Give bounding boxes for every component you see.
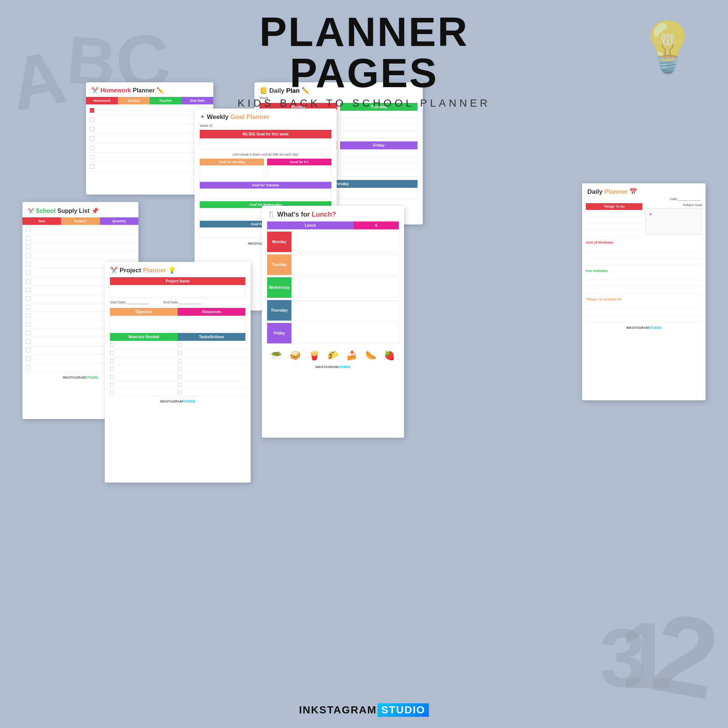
proj-mat-7 [110,389,178,396]
homework-rows: ✓ [86,104,213,173]
project-bulb-icon: 💡 [168,267,176,274]
supply-col-quantity: Quantity [100,217,138,225]
proj-task-1 [178,341,245,349]
food-icon-sandwich: 🥪 [289,350,301,361]
project-title-orange: Planner [143,267,166,274]
study-friday-body [340,149,418,177]
daily-goal-label: Today's Goal [645,203,702,208]
weekly-monday-header: Goal for Monday [200,159,264,165]
daily-fun-section: Fun Activities [582,267,705,295]
daily-acts-label: Acts of Kindness [586,240,702,245]
supply-row-4 [26,251,135,260]
proj-task-4 [178,365,245,373]
homework-title-red: Homework [100,87,131,93]
lunch-brand: INKSTAGRAMSTUDIO [262,364,404,370]
daily-top-section: Things To Do Today's Goal ✦ [582,203,705,238]
hw-col-subject: Subject [118,97,150,104]
weekly-big-goal-body [200,138,332,150]
daily-things-line-4 [586,230,642,237]
homework-title-black: Planner [133,87,155,93]
project-scissors-icon: ✂️ [110,267,118,274]
proj-task-5 [178,373,245,381]
food-icon-strawberry: 🍓 [384,350,395,361]
proj-mat-3 [110,357,178,365]
lunch-food-icons: 🥗 🥪 🍟 🌮 🍰 🌭 🍓 [262,347,404,364]
project-dates-row: Start Date:____________ End Date:_______… [105,300,251,308]
daily-planner-page: Daily Planner 📅 Date:____________ Things… [582,183,705,400]
weekly-title-rest: Goal Planner [231,113,270,121]
hw-row-2 [90,115,210,125]
bg-number-1: 1 [620,602,672,709]
project-name-bar: Project Name [110,277,245,285]
lunch-wednesday-row: Wednesday [267,277,399,298]
weekly-big-goal-bar: My BIG Goal for this week [200,130,332,138]
lunch-wednesday-content [291,277,399,298]
daily-things-header: Things To Do [586,203,642,210]
weekly-friday-body [267,165,332,180]
project-title-bold: Project [120,267,141,274]
lunch-title-bold: What's for [277,211,312,218]
page-title: PLANNER PAGES [182,11,546,93]
daily-title: Daily Planner 📅 [587,188,637,196]
proj-task-7 [178,389,245,396]
study-friday-col: Friday [340,141,418,177]
hw-row-3 [90,125,210,134]
weekly-sparkle-icon: ✦ [200,113,205,121]
project-end-date: End Date:____________ [164,300,201,304]
lunch-col-s: S [353,222,399,229]
project-name-body [110,288,245,297]
study-thursday-body [340,111,418,138]
daily-things-lines [586,210,642,237]
brand-name: INKSTAGRAM [299,704,377,716]
daily-goal-box: ✦ [645,208,702,234]
bg-letter-a: A [4,33,72,128]
lunch-title: 🍴 What's for Lunch? [262,206,404,222]
food-icon-hotdog: 🌭 [365,350,376,361]
project-title: ✂️ Project Planner 💡 [105,262,251,277]
weekly-title-bold: Weekly [207,113,229,121]
hw-row-5 [90,143,210,153]
project-obj-resources-row: Objective Resources [110,308,245,316]
weekly-tuesday-header: Goal for Tuesday [200,182,332,188]
bg-bulb-icon: 💡 [638,19,698,76]
project-planner-page: ✂️ Project Planner 💡 Project Name Start … [105,262,251,483]
daily-title-orange: Planner [604,188,627,195]
project-tasks-header: Tasks/Actions [178,333,245,341]
supply-row-3 [26,243,135,251]
lunch-wednesday-label: Wednesday [267,277,291,298]
supply-col-subject: Subject [61,217,99,225]
weekly-friday-header: Goal for Fri [267,159,332,165]
daily-calendar-icon: 📅 [629,188,637,195]
food-icon-taco: 🌮 [327,350,338,361]
lunch-header-row: Lunch S [267,222,399,229]
study-friday-header: Friday [340,141,418,149]
homework-scissors-icon: ✂️ [91,87,99,93]
lunch-tuesday-content [291,254,399,275]
weekly-monday-section: Goal for Monday [200,159,266,180]
weekly-monday-body [200,165,264,180]
hw-row-4 [90,134,210,143]
daily-things-line-1 [586,210,642,217]
food-icon-salad: 🥗 [271,350,282,361]
supply-scissors-icon: ✂️ [28,208,34,214]
lunch-friday-content [291,323,399,343]
lunch-monday-label: Monday [267,232,291,252]
main-title-section: PLANNER PAGES KIDS BACK TO SCHOOL PLANNE… [182,11,546,109]
supply-row-2 [26,234,135,243]
daily-goal-section: Today's Goal ✦ [645,203,702,237]
page-subtitle: KIDS BACK TO SCHOOL PLANNER [182,97,546,109]
lunch-monday-row: Monday [267,232,399,252]
hw-row-7 [90,162,210,171]
lunch-monday-content [291,232,399,252]
project-check-grid [105,341,251,396]
supply-header-row: Item Subject Quantity [23,217,138,225]
daily-things-section: Things To Do [586,203,642,237]
hw-col-homework: Homework [86,97,118,104]
weekly-friday-section: Goal for Fri [266,159,332,180]
lunch-thursday-content [291,300,399,321]
project-start-date: Start Date:____________ [110,300,148,304]
project-resources-header: Resources [178,308,245,316]
proj-mat-2 [110,349,178,357]
daily-grateful-label: Things I'm Grateful for [586,297,702,302]
supply-pin-icon: 📌 [91,208,99,214]
